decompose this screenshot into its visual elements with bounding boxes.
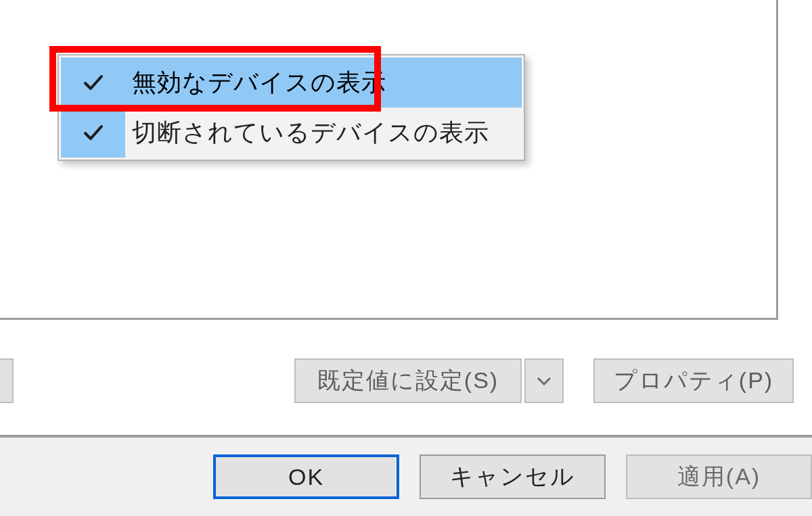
check-icon [61,108,125,158]
ok-button[interactable]: OK [213,454,399,499]
set-default-button[interactable]: 既定値に設定(S) [294,358,522,403]
check-icon [61,57,125,108]
button-label: 適用(A) [677,461,761,492]
button-label: OK [288,464,324,490]
properties-button[interactable]: プロパティ(P) [593,358,794,403]
cancel-button[interactable]: キャンセル [420,454,606,499]
button-label: プロパティ(P) [614,365,773,396]
menu-item-show-disabled-devices[interactable]: 無効なデバイスの表示 [61,57,522,108]
device-action-row: 既定値に設定(S) プロパティ(P) [0,357,812,404]
dialog-button-bar: OK キャンセル 適用(A) [0,438,812,516]
chevron-down-icon [536,375,552,386]
set-default-dropdown-button[interactable] [524,358,564,403]
button-label: キャンセル [450,461,575,492]
button-label: 既定値に設定(S) [317,365,499,396]
menu-item-label: 切断されているデバイスの表示 [125,116,489,149]
menu-item-show-disconnected-devices[interactable]: 切断されているデバイスの表示 [61,108,522,158]
apply-button[interactable]: 適用(A) [626,454,812,499]
configure-button-clipped[interactable] [0,358,14,403]
context-menu: 無効なデバイスの表示 切断されているデバイスの表示 [58,54,525,161]
menu-item-label: 無効なデバイスの表示 [125,66,386,99]
